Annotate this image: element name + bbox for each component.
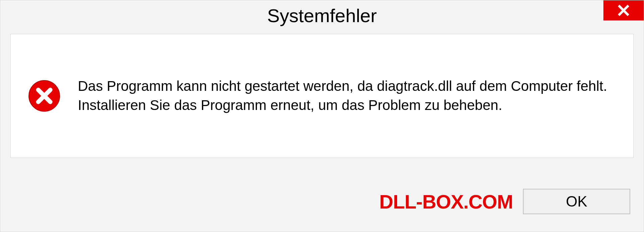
- titlebar: Systemfehler: [0, 0, 644, 31]
- watermark-text: DLL-BOX.COM: [379, 190, 513, 213]
- ok-button[interactable]: OK: [523, 189, 630, 214]
- dialog-content: Das Programm kann nicht gestartet werden…: [10, 34, 634, 158]
- ok-button-label: OK: [566, 193, 587, 210]
- error-dialog: Systemfehler Das Programm kann nicht ges…: [0, 0, 644, 232]
- close-icon: [617, 4, 630, 17]
- close-button[interactable]: [603, 0, 644, 20]
- dialog-footer: DLL-BOX.COM OK: [0, 171, 644, 232]
- dialog-title: Systemfehler: [267, 5, 377, 26]
- error-icon: [28, 79, 61, 113]
- error-message: Das Programm kann nicht gestartet werden…: [78, 77, 616, 115]
